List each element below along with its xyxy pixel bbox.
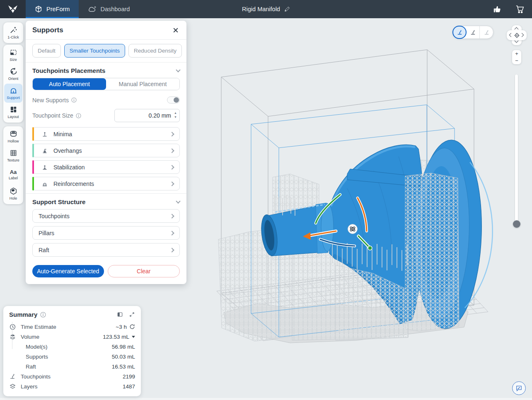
view-dpad <box>507 25 527 45</box>
chevron-right-icon <box>169 132 174 136</box>
layout-grid-icon <box>10 106 17 113</box>
document-title: Rigid Manifold <box>242 6 280 12</box>
summary-row-models: Model(s) 56.98 mL <box>9 342 135 352</box>
row-reinforcements[interactable]: Reinforcements <box>32 177 180 190</box>
row-stabilization[interactable]: Stabilization <box>32 160 180 174</box>
feedback-button[interactable] <box>512 381 526 395</box>
cart-icon[interactable] <box>515 5 525 14</box>
stepper-arrows[interactable]: ▲▼ <box>174 111 177 118</box>
auto-generate-button[interactable]: Auto-Generate Selected <box>32 265 104 277</box>
info-icon <box>71 97 77 103</box>
new-supports-toggle[interactable] <box>167 96 180 104</box>
toolbar-item-texture[interactable]: Texture <box>4 146 22 165</box>
toolbar-item-label: Texture <box>7 158 19 162</box>
thumbs-up-icon[interactable] <box>493 5 501 14</box>
panel-title: Supports <box>32 26 63 34</box>
info-icon <box>40 312 46 318</box>
section-support-structure[interactable]: Support Structure <box>32 198 180 205</box>
panel-toggle-icon[interactable] <box>117 311 123 318</box>
minima-accent-bar <box>32 127 34 141</box>
preset-group: Default Smaller Touchpoints Reduced Dens… <box>26 40 186 62</box>
chevron-right-icon <box>169 165 174 169</box>
touchpoint-size-input[interactable]: 0.20 mm ▲▼ <box>114 109 180 122</box>
center-view-button[interactable] <box>513 31 521 39</box>
tab-dashboard[interactable]: Dashboard <box>79 0 139 18</box>
stabilization-icon <box>42 164 48 170</box>
toolbar-item-size[interactable]: Size <box>4 46 22 65</box>
tab-manual-placement[interactable]: Manual Placement <box>106 78 179 90</box>
new-supports-label: New Supports <box>32 97 69 104</box>
clear-button[interactable]: Clear <box>108 265 180 277</box>
chevron-down-icon <box>176 199 180 203</box>
minima-icon <box>42 131 48 137</box>
zoom-slider[interactable] <box>515 75 518 226</box>
view-supports-off-button[interactable] <box>480 26 493 39</box>
tab-auto-placement[interactable]: Auto Placement <box>33 78 106 90</box>
view-supports-on-button[interactable] <box>452 26 467 39</box>
preset-smaller-touchpoints[interactable]: Smaller Touchpoints <box>64 44 125 58</box>
butterfly-logo-icon <box>7 5 18 14</box>
target-icon <box>514 32 520 39</box>
toolbar-item-support[interactable]: Support <box>4 84 22 103</box>
row-pillars[interactable]: Pillars <box>32 226 180 240</box>
chevron-down-icon <box>176 67 180 72</box>
touchpoint-icon <box>10 373 15 379</box>
toolbar-item-label: Support <box>7 96 20 100</box>
toolbar-item-layout[interactable]: Layout <box>4 103 22 122</box>
expand-icon[interactable] <box>129 311 135 318</box>
zoom-in-button[interactable]: + <box>512 50 521 57</box>
row-raft[interactable]: Raft <box>32 243 180 257</box>
row-overhangs[interactable]: Overhangs <box>32 144 180 157</box>
divider <box>26 193 186 194</box>
overhangs-accent-bar <box>32 144 34 157</box>
summary-indent-line <box>12 322 12 349</box>
toolbar-item-label: Hole <box>10 196 17 200</box>
section-touchpoints-placements[interactable]: Touchpoints Placements <box>32 67 180 74</box>
support-view-icon <box>470 29 476 36</box>
tab-preform[interactable]: PreForm <box>26 0 79 18</box>
texture-grid-icon <box>10 149 17 157</box>
support-view-icon <box>457 29 463 36</box>
preset-reduced-density[interactable]: Reduced Density <box>128 44 182 58</box>
summary-panel: Summary Time Estimate ~3 h Volume <box>3 306 141 396</box>
view-supports-mid-button[interactable] <box>467 26 480 39</box>
toolbar-item-label-tool[interactable]: Aa Label <box>4 165 22 184</box>
tab-preform-label: PreForm <box>46 6 70 12</box>
row-minima[interactable]: Minima <box>32 127 180 141</box>
reinforcements-accent-bar <box>32 177 34 190</box>
summary-row-raft: Raft 16.53 mL <box>9 361 135 371</box>
summary-row-time: Time Estimate ~3 h <box>9 322 135 332</box>
divider <box>26 62 186 63</box>
cloud-icon <box>88 6 96 12</box>
chevron-right-icon <box>169 181 174 186</box>
orient-rotate-icon <box>10 67 17 75</box>
feedback-bubble-icon <box>515 385 522 392</box>
support-view-toggle <box>452 26 493 39</box>
edit-pencil-icon[interactable] <box>284 6 290 12</box>
toolbar-item-hole[interactable]: Hole <box>4 184 22 203</box>
zoom-slider-thumb[interactable] <box>513 220 520 228</box>
hollow-cylinder-icon <box>10 130 17 138</box>
refresh-icon[interactable] <box>129 324 135 330</box>
chevron-right-icon <box>169 148 174 153</box>
summary-title: Summary <box>9 311 37 318</box>
toolbar-item-label: 1-Click <box>7 35 19 39</box>
tab-dashboard-label: Dashboard <box>100 6 130 12</box>
close-icon[interactable] <box>172 26 180 34</box>
size-icon <box>10 48 17 56</box>
formlabs-logo[interactable] <box>0 0 26 18</box>
preset-default[interactable]: Default <box>32 44 61 58</box>
zoom-buttons: + − <box>512 50 521 64</box>
toolbar-item-hollow[interactable]: Hollow <box>4 127 22 146</box>
cube-icon <box>35 5 42 13</box>
clock-icon <box>10 324 16 330</box>
zoom-out-button[interactable]: − <box>512 57 521 64</box>
row-touchpoints[interactable]: Touchpoints <box>32 209 180 223</box>
supports-panel: Supports Default Smaller Touchpoints Red… <box>26 21 186 284</box>
toolbar-item-1-click[interactable]: 1-Click <box>4 23 22 42</box>
label-aa-icon: Aa <box>10 169 17 175</box>
summary-row-volume[interactable]: Volume 123.53 mL <box>9 332 135 342</box>
volume-icon <box>10 334 16 340</box>
chevron-right-icon <box>169 231 174 235</box>
toolbar-item-orient[interactable]: Orient <box>4 65 22 84</box>
